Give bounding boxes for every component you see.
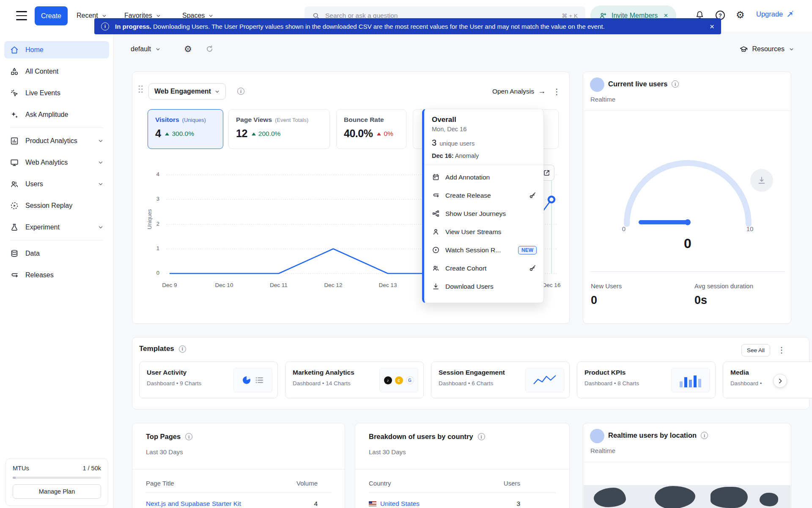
- info-icon[interactable]: i: [179, 345, 186, 353]
- pie-chart-icon: [241, 375, 252, 385]
- play-circle-icon: [432, 246, 440, 254]
- sidebar-item-session-replay[interactable]: Session Replay: [4, 197, 109, 214]
- info-icon[interactable]: i: [478, 433, 485, 440]
- delta-up-icon: [252, 133, 256, 135]
- chevron-down-icon: [102, 13, 107, 19]
- cohort-icon: [432, 264, 440, 272]
- key-icon: [529, 264, 537, 272]
- chevron-down-icon: [98, 138, 104, 144]
- tiktok-logo: ♪: [384, 376, 392, 384]
- chart-tooltip-menu: Overall Mon, Dec 16 3unique users Dec 16…: [422, 109, 544, 303]
- session-replay-icon: [10, 201, 19, 210]
- menu-item-create-release[interactable]: Create Release: [424, 186, 543, 204]
- refresh-icon[interactable]: [205, 44, 214, 53]
- sidebar-item-ask-amplitude[interactable]: Ask Amplitude: [4, 106, 109, 123]
- sidebar-item-releases[interactable]: Releases: [4, 266, 109, 284]
- template-card-media[interactable]: Media Dashboard •: [723, 362, 812, 398]
- sidebar-item-home[interactable]: Home: [4, 41, 109, 58]
- template-card-user-activity[interactable]: User Activity Dashboard • 9 Charts: [139, 362, 278, 398]
- brand-logo: c: [395, 376, 403, 384]
- kebab-menu-icon[interactable]: ⋮: [553, 87, 561, 97]
- releases-icon: [10, 271, 19, 280]
- gauge-pivot: [685, 219, 691, 225]
- sidebar-item-all-content[interactable]: All Content: [4, 63, 109, 80]
- menu-item-view-user-streams[interactable]: View User Streams: [424, 223, 543, 241]
- avatar: [590, 429, 604, 443]
- see-all-button[interactable]: See All: [741, 344, 770, 356]
- sidebar-item-web-analytics[interactable]: Web Analytics: [4, 154, 109, 171]
- chevron-right-icon: [777, 378, 784, 384]
- settings-gear-icon[interactable]: ⚙: [736, 9, 745, 21]
- column-header: Country: [369, 480, 391, 487]
- hamburger-menu-icon[interactable]: [16, 11, 27, 20]
- workspace-dropdown[interactable]: default: [131, 42, 161, 56]
- sidebar-item-data[interactable]: Data: [4, 245, 109, 262]
- template-card-product-kpis[interactable]: Product KPIs Dashboard • 8 Charts: [577, 362, 716, 398]
- tooltip-date: Mon, Dec 16: [432, 126, 537, 133]
- resources-dropdown[interactable]: Resources: [739, 42, 794, 56]
- upgrade-link[interactable]: Upgrade: [756, 10, 795, 18]
- info-icon[interactable]: i: [701, 432, 708, 439]
- template-card-session-engagement[interactable]: Session Engagement Dashboard • 6 Charts: [431, 362, 570, 398]
- arrow-right-icon: →: [538, 87, 546, 96]
- key-icon: [529, 191, 537, 199]
- country-link[interactable]: United States: [369, 500, 420, 508]
- new-users-value: 0: [591, 294, 597, 307]
- chevron-down-icon: [155, 47, 161, 52]
- us-flag-icon: [369, 501, 376, 506]
- manage-plan-button[interactable]: Manage Plan: [13, 484, 101, 499]
- web-engagement-dropdown[interactable]: Web Engagement: [148, 83, 226, 99]
- metric-page-views[interactable]: Page Views(Event Totals) 12200.0%: [228, 109, 330, 149]
- country-breakdown-card: Breakdown of users by countryi Last 30 D…: [355, 423, 570, 508]
- avatar: [590, 77, 604, 92]
- menu-item-download-users[interactable]: Download Users: [424, 277, 543, 295]
- sidebar-item-experiment[interactable]: Experiment: [4, 218, 109, 236]
- avg-session-duration-value: 0s: [694, 294, 707, 307]
- divider: [583, 110, 791, 111]
- database-icon: [10, 249, 19, 258]
- kebab-menu-icon[interactable]: ⋮: [778, 345, 785, 355]
- info-icon[interactable]: i: [672, 80, 679, 88]
- menu-item-add-annotation[interactable]: Add Annotation: [424, 168, 543, 186]
- sidebar-item-live-events[interactable]: Live Events: [4, 84, 109, 102]
- divider: [590, 271, 785, 272]
- download-icon: [757, 176, 766, 185]
- sidebar-divider: [10, 127, 103, 128]
- drag-handle[interactable]: [138, 85, 143, 93]
- column-header: Page Title: [146, 480, 174, 487]
- info-icon[interactable]: i: [237, 88, 244, 95]
- menu-item-show-user-journeys[interactable]: Show User Journeys: [424, 204, 543, 223]
- line-chart-icon: [532, 374, 557, 387]
- live-events-icon: [10, 88, 19, 98]
- template-thumbnail: [525, 368, 564, 392]
- column-header: Volume: [296, 480, 318, 487]
- metric-visitors[interactable]: Visitors(Uniques) 4300.0%: [148, 109, 223, 149]
- current-live-users-card: Current live usersi Realtime 0 10 0 New …: [583, 72, 791, 324]
- chevron-down-icon: [98, 224, 104, 230]
- gauge-max: 10: [745, 225, 755, 232]
- page-title-link[interactable]: Next.js and Supabase Starter Kit: [146, 500, 241, 508]
- divider: [369, 492, 556, 493]
- open-analysis-button[interactable]: Open Analysis →: [492, 87, 546, 96]
- notification-banner: i In progress. Downloading Users. The Us…: [94, 18, 721, 34]
- info-icon[interactable]: i: [185, 433, 192, 440]
- download-chart-button[interactable]: [750, 169, 773, 192]
- sidebar-item-product-analytics[interactable]: Product Analytics: [4, 132, 109, 149]
- metric-bounce-rate[interactable]: Bounce Rate 40.0%0%: [336, 109, 406, 149]
- sidebar-item-users[interactable]: Users: [4, 175, 109, 193]
- graduation-cap-icon: [739, 45, 748, 54]
- menu-item-create-cohort[interactable]: Create Cohort: [424, 259, 543, 277]
- gauge-min: 0: [619, 225, 629, 232]
- template-card-marketing-analytics[interactable]: Marketing Analytics Dashboard • 14 Chart…: [285, 362, 424, 398]
- create-button[interactable]: Create: [35, 6, 68, 25]
- banner-close-icon[interactable]: ×: [710, 22, 714, 30]
- template-thumbnail: [233, 368, 272, 392]
- users-icon: [10, 179, 19, 189]
- chevron-down-icon: [208, 13, 214, 19]
- users-value: 3: [516, 500, 520, 508]
- carousel-next-button[interactable]: [773, 374, 787, 388]
- chevron-down-icon: [214, 89, 220, 94]
- top-pages-card: Top Pagesi Last 30 Days Page Title Volum…: [132, 423, 345, 508]
- menu-item-watch-session-replay[interactable]: Watch Session R... NEW: [424, 241, 543, 259]
- dashboard-settings-gear-icon[interactable]: ⚙: [184, 42, 192, 56]
